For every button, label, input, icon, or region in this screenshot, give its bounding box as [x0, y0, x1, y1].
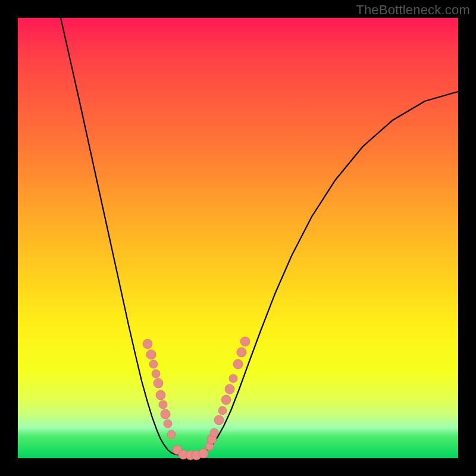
dots-layer: [18, 18, 458, 458]
data-dot: [237, 347, 246, 357]
data-dot: [210, 428, 218, 437]
data-dot: [159, 400, 167, 409]
data-dot: [199, 449, 208, 458]
data-dot: [214, 415, 224, 425]
data-dot: [149, 360, 158, 368]
data-dot: [218, 406, 227, 415]
data-dot: [161, 409, 170, 419]
data-dot: [146, 350, 156, 359]
data-dot: [167, 430, 176, 439]
data-dot: [233, 359, 243, 369]
data-dot: [164, 419, 172, 428]
data-dot: [229, 374, 237, 383]
data-dot: [152, 369, 160, 378]
data-dot: [221, 395, 231, 405]
dots-group: [143, 337, 250, 460]
data-dot: [143, 339, 152, 349]
data-dot: [156, 390, 165, 400]
chart-frame: TheBottleneck.com: [0, 0, 476, 476]
data-dot: [240, 337, 250, 346]
plot-area: [18, 18, 458, 458]
data-dot: [225, 384, 234, 394]
watermark-text: TheBottleneck.com: [356, 2, 470, 18]
data-dot: [154, 378, 163, 388]
